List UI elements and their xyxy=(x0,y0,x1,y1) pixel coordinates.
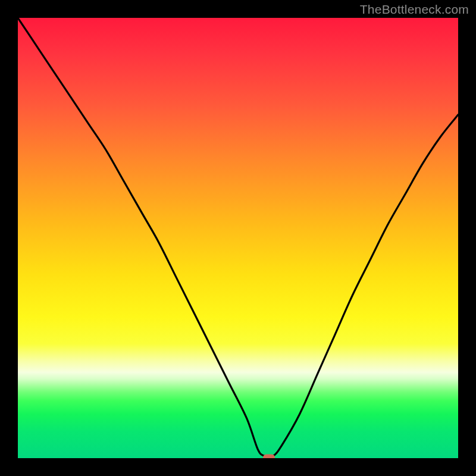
optimal-point-marker xyxy=(263,454,275,458)
plot-area xyxy=(18,18,458,458)
chart-frame: TheBottleneck.com xyxy=(0,0,476,476)
bottleneck-curve-path xyxy=(18,18,458,457)
watermark-text: TheBottleneck.com xyxy=(360,2,469,17)
curve-svg xyxy=(18,18,458,458)
